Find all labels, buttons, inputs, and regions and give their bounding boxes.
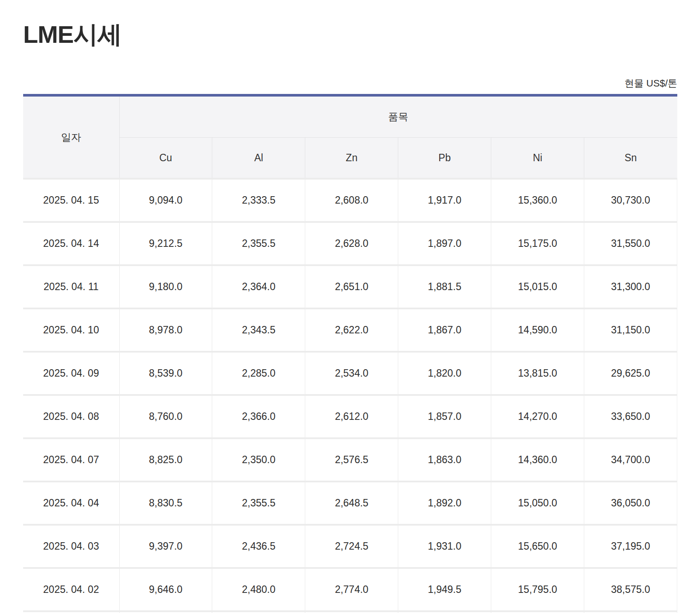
price-cell: 2,343.5 (212, 308, 305, 352)
column-header-zn: Zn (305, 138, 398, 179)
price-cell: 2,608.0 (305, 179, 398, 222)
price-cell: 1,857.0 (398, 395, 491, 438)
price-cell: 8,760.0 (119, 395, 212, 438)
price-cell: 29,625.0 (584, 352, 677, 395)
price-cell: 34,700.0 (584, 438, 677, 481)
table-header-row-metals: Cu Al Zn Pb Ni Sn (23, 138, 677, 179)
price-cell: 15,650.0 (491, 525, 584, 568)
price-cell: 15,050.0 (491, 481, 584, 525)
price-cell: 9,212.5 (119, 222, 212, 265)
table-header-row-group: 일자 품목 (23, 95, 677, 138)
price-cell: 9,397.0 (119, 525, 212, 568)
date-cell: 2025. 04. 09 (23, 352, 119, 395)
price-cell (491, 611, 584, 613)
price-cell: 1,931.0 (398, 525, 491, 568)
price-cell: 15,795.0 (491, 568, 584, 611)
date-cell: 2025. 04. 15 (23, 179, 119, 222)
price-cell: 1,917.0 (398, 179, 491, 222)
price-cell: 2,333.5 (212, 179, 305, 222)
date-cell: 2025. 04. 08 (23, 395, 119, 438)
table-row: 2025. 04. 02 9,646.0 2,480.0 2,774.0 1,9… (23, 568, 677, 611)
unit-label: 현물 US$/톤 (23, 77, 677, 90)
column-header-cu: Cu (119, 138, 212, 179)
price-cell: 9,180.0 (119, 265, 212, 308)
column-header-group: 품목 (119, 95, 677, 138)
price-cell: 2,651.0 (305, 265, 398, 308)
price-cell (305, 611, 398, 613)
price-cell: 31,550.0 (584, 222, 677, 265)
price-cell: 2,534.0 (305, 352, 398, 395)
price-cell: 2,724.5 (305, 525, 398, 568)
price-cell (584, 611, 677, 613)
price-cell: 1,892.0 (398, 481, 491, 525)
column-header-al: Al (212, 138, 305, 179)
price-cell: 9,646.0 (119, 568, 212, 611)
price-cell (212, 611, 305, 613)
price-cell (119, 611, 212, 613)
price-cell: 2,612.0 (305, 395, 398, 438)
price-cell: 36,050.0 (584, 481, 677, 525)
price-cell: 2,350.0 (212, 438, 305, 481)
price-cell: 14,270.0 (491, 395, 584, 438)
price-cell: 13,815.0 (491, 352, 584, 395)
date-cell (23, 611, 119, 613)
price-cell: 15,015.0 (491, 265, 584, 308)
price-cell: 2,285.0 (212, 352, 305, 395)
price-cell: 14,590.0 (491, 308, 584, 352)
price-cell: 8,830.5 (119, 481, 212, 525)
price-cell (398, 611, 491, 613)
price-cell: 2,576.5 (305, 438, 398, 481)
table-row-partial (23, 611, 677, 613)
table-row: 2025. 04. 04 8,830.5 2,355.5 2,648.5 1,8… (23, 481, 677, 525)
price-cell: 31,300.0 (584, 265, 677, 308)
table-row: 2025. 04. 03 9,397.0 2,436.5 2,724.5 1,9… (23, 525, 677, 568)
date-cell: 2025. 04. 04 (23, 481, 119, 525)
price-cell: 2,622.0 (305, 308, 398, 352)
table-row: 2025. 04. 07 8,825.0 2,350.0 2,576.5 1,8… (23, 438, 677, 481)
price-cell: 2,366.0 (212, 395, 305, 438)
price-cell: 8,825.0 (119, 438, 212, 481)
price-cell: 2,364.0 (212, 265, 305, 308)
price-cell: 1,897.0 (398, 222, 491, 265)
price-cell: 2,648.5 (305, 481, 398, 525)
price-cell: 1,949.5 (398, 568, 491, 611)
table-row: 2025. 04. 09 8,539.0 2,285.0 2,534.0 1,8… (23, 352, 677, 395)
price-cell: 8,539.0 (119, 352, 212, 395)
price-cell: 37,195.0 (584, 525, 677, 568)
date-cell: 2025. 04. 07 (23, 438, 119, 481)
column-header-ni: Ni (491, 138, 584, 179)
price-cell: 38,575.0 (584, 568, 677, 611)
column-header-sn: Sn (584, 138, 677, 179)
price-cell: 2,355.5 (212, 222, 305, 265)
table-row: 2025. 04. 14 9,212.5 2,355.5 2,628.0 1,8… (23, 222, 677, 265)
price-cell: 8,978.0 (119, 308, 212, 352)
price-cell: 2,355.5 (212, 481, 305, 525)
table-row: 2025. 04. 11 9,180.0 2,364.0 2,651.0 1,8… (23, 265, 677, 308)
price-cell: 9,094.0 (119, 179, 212, 222)
date-cell: 2025. 04. 02 (23, 568, 119, 611)
price-cell: 31,150.0 (584, 308, 677, 352)
price-cell: 1,867.0 (398, 308, 491, 352)
date-cell: 2025. 04. 11 (23, 265, 119, 308)
date-cell: 2025. 04. 14 (23, 222, 119, 265)
price-cell: 15,175.0 (491, 222, 584, 265)
table-row: 2025. 04. 08 8,760.0 2,366.0 2,612.0 1,8… (23, 395, 677, 438)
price-cell: 33,650.0 (584, 395, 677, 438)
price-cell: 2,436.5 (212, 525, 305, 568)
price-cell: 14,360.0 (491, 438, 584, 481)
price-cell: 30,730.0 (584, 179, 677, 222)
lme-price-table: 일자 품목 Cu Al Zn Pb Ni Sn 2025. 04. 15 9,0… (23, 94, 677, 613)
price-cell: 1,881.5 (398, 265, 491, 308)
table-row: 2025. 04. 15 9,094.0 2,333.5 2,608.0 1,9… (23, 179, 677, 222)
column-header-date: 일자 (23, 95, 119, 179)
price-cell: 2,774.0 (305, 568, 398, 611)
lme-price-page: LME시세 현물 US$/톤 일자 품목 Cu Al Zn Pb Ni Sn 2… (0, 0, 700, 613)
price-cell: 1,863.0 (398, 438, 491, 481)
table-row: 2025. 04. 10 8,978.0 2,343.5 2,622.0 1,8… (23, 308, 677, 352)
price-cell: 1,820.0 (398, 352, 491, 395)
date-cell: 2025. 04. 03 (23, 525, 119, 568)
page-title: LME시세 (23, 0, 677, 50)
date-cell: 2025. 04. 10 (23, 308, 119, 352)
price-cell: 2,480.0 (212, 568, 305, 611)
price-cell: 15,360.0 (491, 179, 584, 222)
